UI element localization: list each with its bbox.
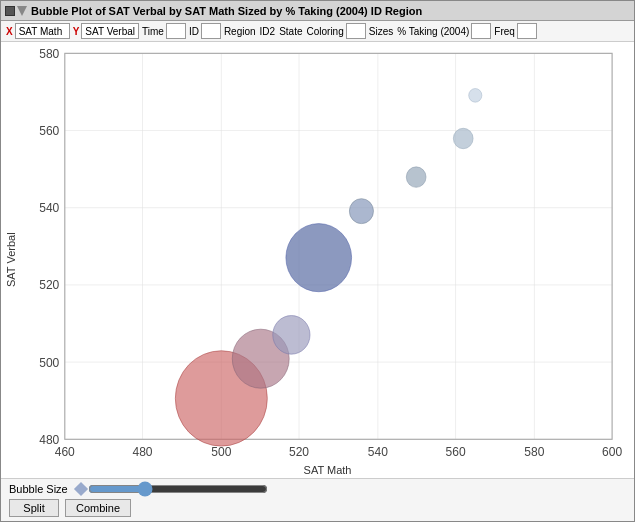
combine-button[interactable]: Combine [65, 499, 131, 517]
toolbar: X SAT Math Y SAT Verbal Time ID Region I… [1, 21, 634, 42]
bubble-size-label: Bubble Size [9, 483, 68, 495]
svg-text:580: 580 [524, 445, 544, 459]
coloring-item: Coloring [306, 23, 366, 39]
svg-text:540: 540 [39, 201, 59, 215]
sizes-item: Sizes [368, 26, 394, 37]
title-controls [5, 6, 27, 16]
buttons-row: Split Combine [9, 499, 626, 517]
minimize-button[interactable] [5, 6, 15, 16]
svg-text:600: 600 [602, 445, 622, 459]
main-window: Bubble Plot of SAT Verbal by SAT Math Si… [0, 0, 635, 522]
bubble-4[interactable] [286, 224, 352, 292]
pct-taking-field[interactable] [471, 23, 491, 39]
coloring-label: Coloring [306, 26, 345, 37]
chart-svg: 480 500 520 540 560 580 460 480 500 520 … [21, 42, 634, 462]
id-label: ID [188, 26, 200, 37]
slider-diamond-icon [74, 482, 88, 496]
bottom-controls: Bubble Size Split Combine [1, 478, 634, 521]
split-button[interactable]: Split [9, 499, 59, 517]
time-label: Time [141, 26, 165, 37]
chart-svg-wrapper: 480 500 520 540 560 580 460 480 500 520 … [21, 42, 634, 462]
bubble-6[interactable] [406, 167, 426, 187]
y-axis-item: Y SAT Verbal [72, 23, 139, 39]
slider-container [74, 483, 268, 495]
y-axis-field[interactable]: SAT Verbal [81, 23, 139, 39]
time-field[interactable] [166, 23, 186, 39]
freq-label: Freq [493, 26, 516, 37]
svg-text:500: 500 [39, 355, 59, 369]
freq-item: Freq [493, 23, 537, 39]
x-axis-field[interactable]: SAT Math [15, 23, 70, 39]
state-item: State [278, 26, 303, 37]
coloring-field[interactable] [346, 23, 366, 39]
sizes-label: Sizes [368, 26, 394, 37]
svg-text:520: 520 [289, 445, 309, 459]
chart-container: 480 500 520 540 560 580 460 480 500 520 … [21, 42, 634, 478]
svg-text:520: 520 [39, 278, 59, 292]
state-label: State [278, 26, 303, 37]
svg-text:560: 560 [446, 445, 466, 459]
svg-text:480: 480 [132, 445, 152, 459]
id-field[interactable] [201, 23, 221, 39]
svg-text:460: 460 [55, 445, 75, 459]
title-bar: Bubble Plot of SAT Verbal by SAT Math Si… [1, 1, 634, 21]
x-axis-label: X [5, 26, 14, 37]
region-item: Region [223, 26, 257, 37]
region-label: Region [223, 26, 257, 37]
svg-text:500: 500 [211, 445, 231, 459]
id-item: ID [188, 23, 221, 39]
y-axis-label: Y [72, 26, 81, 37]
bubble-3[interactable] [273, 316, 310, 355]
collapse-arrow[interactable] [17, 6, 27, 16]
freq-field[interactable] [517, 23, 537, 39]
window-title: Bubble Plot of SAT Verbal by SAT Math Si… [31, 5, 422, 17]
time-item: Time [141, 23, 186, 39]
bubble-5[interactable] [349, 199, 373, 224]
pct-taking-item: % Taking (2004) [396, 23, 491, 39]
plot-area: SAT Verbal [1, 42, 634, 478]
bubble-size-slider[interactable] [88, 483, 268, 495]
svg-text:540: 540 [368, 445, 388, 459]
x-axis-item: X SAT Math [5, 23, 70, 39]
id2-label: ID2 [259, 26, 277, 37]
bubble-size-row: Bubble Size [9, 483, 626, 495]
bubble-8[interactable] [469, 89, 482, 103]
id2-item: ID2 [259, 26, 277, 37]
x-axis-label-text: SAT Math [21, 462, 634, 478]
bubble-7[interactable] [453, 128, 473, 148]
svg-text:580: 580 [39, 47, 59, 61]
svg-text:560: 560 [39, 124, 59, 138]
y-axis-label-text: SAT Verbal [1, 42, 21, 478]
pct-taking-label: % Taking (2004) [396, 26, 470, 37]
